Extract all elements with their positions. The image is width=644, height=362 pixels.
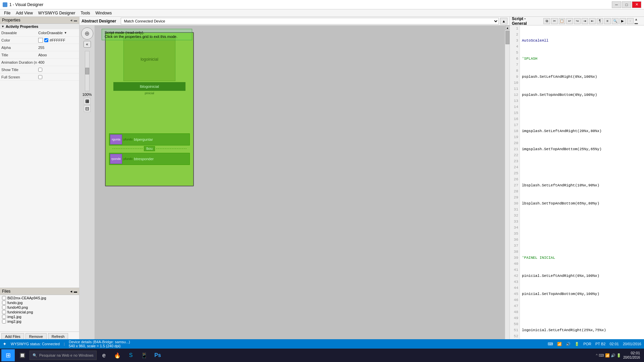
search-label: Pesquisar na Web e no Windows	[39, 353, 94, 357]
line-num: 49	[510, 315, 518, 321]
main-layout: Properties ◄ ▬ Activity Properties Drawa…	[0, 17, 644, 349]
file-checkbox-0[interactable]	[2, 296, 6, 300]
properties-body: Activity Properties Drawable ColorDrawab…	[0, 24, 79, 288]
activity-properties-section[interactable]: Activity Properties	[0, 24, 79, 29]
color-checkbox[interactable]	[44, 38, 48, 42]
script-icon-format2[interactable]: ≡	[604, 18, 611, 24]
file-checkbox-3[interactable]	[2, 310, 6, 314]
menu-tools[interactable]: Tools	[78, 10, 93, 16]
menu-file[interactable]: File	[1, 10, 13, 16]
taskbar-edge[interactable]: 🔥	[111, 349, 123, 361]
prop-title-value[interactable]: Aboo	[38, 53, 78, 57]
vertical-scrollbar[interactable]: ▲ ▼	[505, 25, 509, 344]
prop-fullscreen: Full Screen	[0, 73, 79, 81]
script-icon-cut[interactable]: ✂	[551, 18, 558, 24]
line-num: 43	[510, 279, 518, 285]
vertical-slider[interactable]	[85, 51, 90, 91]
line-num: 39	[510, 255, 518, 261]
line-num: 10	[510, 80, 518, 86]
line-num: 15	[510, 110, 518, 116]
pinicial-label: pInicial	[145, 92, 154, 95]
script-icon-redo[interactable]: ↪	[574, 18, 581, 24]
status-keyboard-layout: PT B2	[595, 342, 605, 346]
taskbar-ps[interactable]: Ps	[152, 349, 164, 361]
status-separator: |	[64, 342, 65, 346]
line-num: 13	[510, 98, 518, 104]
script-icon-dot[interactable]: ·	[627, 18, 634, 24]
file-checkbox-1[interactable]	[2, 301, 6, 305]
prop-anim-label: Animation Duration (n	[1, 60, 38, 64]
close-button[interactable]: ✕	[632, 1, 641, 8]
refresh-button[interactable]: Refresh	[48, 333, 68, 340]
taskbar-ie[interactable]: e	[98, 349, 110, 361]
menu-wysiwyg[interactable]: WYSIWYG Designer	[36, 10, 78, 16]
properties-collapse[interactable]: ◄ ▬	[69, 18, 77, 22]
prop-drawable-value[interactable]: ColorDrawable ▼	[38, 31, 78, 35]
minimize-button[interactable]: ─	[612, 1, 621, 8]
line-num: 50	[510, 321, 518, 327]
search-box[interactable]: 🔍 Pesquisar na Web e no Windows	[30, 351, 97, 360]
expand-button[interactable]: ▲	[500, 18, 507, 24]
script-icon-run[interactable]: ▶	[620, 18, 626, 24]
line-num: 19	[510, 134, 518, 140]
device-dropdown[interactable]: Match Connected Device	[121, 18, 499, 24]
systray-icons: ^ ⌨ 📶 🔊 🔋	[596, 353, 621, 358]
taskview-button[interactable]: 🔲	[16, 349, 28, 361]
prop-anim-value[interactable]: 400	[38, 60, 78, 64]
code-line-2: 'SPLASH	[522, 56, 642, 62]
line-num: 25	[510, 170, 518, 176]
script-icon-format[interactable]: ¶	[597, 18, 603, 24]
vscroll-track[interactable]	[505, 30, 509, 339]
script-icon-outdent[interactable]: ⇤	[589, 18, 596, 24]
start-button[interactable]: ⊞	[1, 349, 15, 361]
zoom-out-button[interactable]: ⊟	[84, 105, 91, 112]
zoom-in-button[interactable]: ⊞	[84, 98, 91, 105]
fullscreen-checkbox[interactable]	[38, 75, 42, 79]
taskbar-skype[interactable]: S	[125, 349, 137, 361]
files-list: BiD2mx-CEAAp94S.jpg fundo.jpg fundo40.pn…	[0, 295, 79, 331]
script-icon-search[interactable]: 🔍	[612, 18, 619, 24]
status-keyboard: ⌨	[548, 342, 553, 346]
lblogoinicial-label: lblogoinicial	[113, 82, 185, 91]
nav-control[interactable]: ⊕	[81, 27, 93, 40]
vscroll-up-arrow[interactable]: ▲	[505, 25, 509, 30]
file-checkbox-4[interactable]	[2, 315, 6, 319]
line-num: 8	[510, 68, 518, 74]
btperguntar-label: btperguntar	[134, 137, 153, 141]
lbou-area: lbou	[106, 146, 193, 151]
code-area[interactable]: AutoScaleAll 'SPLASH psplash.SetLeftAndR…	[520, 25, 644, 341]
line-num: 5	[510, 50, 518, 56]
zoom-indicator: 100%	[82, 93, 92, 97]
showtitle-checkbox[interactable]	[38, 68, 42, 72]
line-num: 1	[510, 25, 518, 32]
prop-showtitle-value[interactable]	[38, 68, 78, 72]
taskbar-android[interactable]: 📱	[138, 349, 150, 361]
script-icon-paste[interactable]: 📋	[559, 18, 566, 24]
script-collapse[interactable]: ▲ ▬	[635, 17, 642, 25]
menubar: File Add View WYSIWYG Designer Tools Win…	[0, 9, 644, 17]
file-checkbox-5[interactable]	[2, 319, 6, 323]
prop-color-value[interactable]: #FFFFFF	[38, 38, 78, 43]
line-num: 2	[510, 32, 518, 38]
file-checkbox-2[interactable]	[2, 305, 6, 309]
menu-addview[interactable]: Add View	[13, 10, 35, 16]
line-num: 11	[510, 86, 518, 92]
prop-alpha-value[interactable]: 255	[38, 46, 78, 50]
prop-fullscreen-value[interactable]	[38, 75, 78, 79]
file-name-5: img2.jpg	[7, 319, 21, 323]
script-icon-indent[interactable]: ⇥	[582, 18, 588, 24]
menu-windows[interactable]: Windows	[93, 10, 115, 16]
script-icon-copy[interactable]: ⧉	[543, 18, 550, 24]
line-num: 48	[510, 309, 518, 315]
line-num: 41	[510, 267, 518, 273]
add-files-button[interactable]: Add Files	[1, 333, 24, 340]
script-icon-undo[interactable]: ↩	[566, 18, 573, 24]
remove-button[interactable]: Remove	[25, 333, 47, 340]
line-num: 33	[510, 219, 518, 225]
code-line-14: pinicial.SetLeftAndRight(0%x,100%x)	[522, 273, 642, 279]
maximize-button[interactable]: □	[622, 1, 631, 8]
back-button[interactable]: «	[84, 41, 91, 48]
files-collapse[interactable]: ◄ ▬	[69, 290, 77, 293]
btn-responder-row: rponde pfundo btresponder	[109, 153, 190, 165]
file-name-4: img1.jpg	[7, 315, 21, 319]
